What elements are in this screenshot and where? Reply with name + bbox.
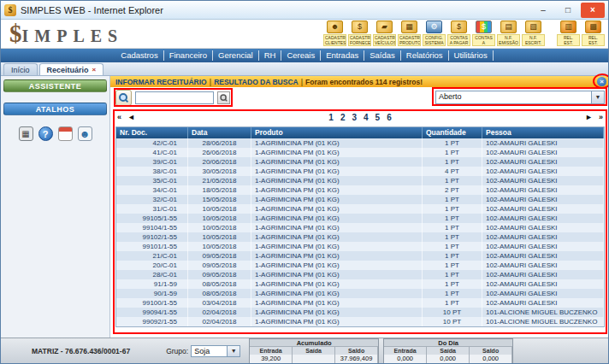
result-banner: INFORMAR RECEITUÁRIO | RESULTADO DA BUSC… xyxy=(110,76,609,87)
chevron-down-icon[interactable]: ▼ xyxy=(591,91,604,103)
toolbar-button-cereals-report[interactable]: ▩REL. EST. CEREAIS xyxy=(582,21,605,46)
menu-item-rh[interactable]: RH xyxy=(259,50,282,61)
menu-item-financeiro[interactable]: Financeiro xyxy=(164,50,213,61)
column-header-produto: Produto xyxy=(251,127,423,138)
user-icon[interactable]: ☻ xyxy=(78,126,92,141)
grupo-select[interactable]: Soja ▼ xyxy=(191,345,240,357)
page-2[interactable]: 2 xyxy=(340,113,346,122)
close-window-button[interactable]: × xyxy=(581,3,605,18)
table-row[interactable]: 99104/1-5510/05/20181-AGRIMICINA PM (01 … xyxy=(116,223,604,232)
cell-nr-doc: 41/C-01 xyxy=(116,148,188,157)
cell-pessoa: 102-AMAURI GALESKI xyxy=(482,214,604,223)
suppliers-icon: $ xyxy=(352,21,368,33)
toolbar-button-bookkeeping[interactable]: ▧N.F. ESCRIT. xyxy=(522,21,545,46)
toolbar-button-invoice[interactable]: ▤N.F. EMISSÃO xyxy=(497,21,520,46)
toolbar-button-products[interactable]: ▦CADASTRO PRODUTOS xyxy=(398,21,421,46)
toolbar-button-payables[interactable]: $CONTAS A PAGAR xyxy=(447,21,470,46)
search-input[interactable] xyxy=(135,91,214,104)
table-row[interactable]: 39/C-0120/06/20181-AGRIMICINA PM (01 KG)… xyxy=(116,157,604,167)
assistente-button[interactable]: ASSISTENTE xyxy=(3,79,107,92)
page-5[interactable]: 5 xyxy=(375,113,381,122)
calculator-icon[interactable]: ▦ xyxy=(19,126,33,141)
table-row[interactable]: 34/C-0118/05/20181-AGRIMICINA PM (01 KG)… xyxy=(116,185,604,195)
toolbar-button-vehicles[interactable]: ▰CADASTRO VEÍCULOS xyxy=(373,21,396,46)
tab-close-icon[interactable]: × xyxy=(92,66,97,73)
cell-quantidade: 1 PT xyxy=(423,232,482,242)
cell-quantidade: 1 PT xyxy=(423,270,482,279)
tab-receituario[interactable]: Receituário× xyxy=(39,63,104,75)
toolbar-button-clients[interactable]: ☻CADASTRO CLIENTES xyxy=(323,21,346,46)
toolbar-button-materials-report[interactable]: ▥REL. EST. MATERIAIS xyxy=(557,21,580,46)
cell-pessoa: 102-AMAURI GALESKI xyxy=(482,242,604,251)
acumulado-saida-label: Saída xyxy=(293,347,335,355)
window-controls: – □ × xyxy=(531,3,605,18)
next-page-button[interactable]: ► xyxy=(585,111,593,123)
menu-item-gerencial[interactable]: Gerencial xyxy=(213,50,259,61)
status-filter-select[interactable]: Aberto ▼ xyxy=(435,91,605,104)
toolbar-button-settings[interactable]: ⚙CONFIG. SISTEMA xyxy=(423,21,446,46)
dodia-saida-label: Saída xyxy=(427,347,470,355)
table-row[interactable]: 31/C-0110/05/20181-AGRIMICINA PM (01 KG)… xyxy=(116,204,604,214)
menu-item-cadastros[interactable]: Cadastros xyxy=(115,50,163,61)
last-page-button[interactable]: » xyxy=(599,111,603,123)
cell-nr-doc: 38/C-01 xyxy=(116,167,188,176)
products-icon: ▦ xyxy=(401,21,417,33)
cell-produto: 1-AGRIMICINA PM (01 KG) xyxy=(251,157,423,167)
toolbar-button-suppliers[interactable]: $CADASTRO FORNECEDOR xyxy=(348,21,371,46)
first-page-button[interactable]: « xyxy=(117,111,121,123)
cell-nr-doc: 28/C-01 xyxy=(116,270,188,279)
tab-label: Início xyxy=(11,66,30,74)
cell-quantidade: 10 PT xyxy=(423,317,482,326)
chevron-down-icon[interactable]: ▼ xyxy=(227,346,239,356)
page-1[interactable]: 1 xyxy=(328,113,334,122)
cell-pessoa: 102-AMAURI GALESKI xyxy=(482,138,604,148)
grid-header: Nr. Doc.DataProdutoQuantidadePessoa xyxy=(116,127,604,138)
table-row[interactable]: 42/C-0128/06/20181-AGRIMICINA PM (01 KG)… xyxy=(116,138,604,148)
table-row[interactable]: 38/C-0130/05/20181-AGRIMICINA PM (01 KG)… xyxy=(116,167,604,176)
content-area: INFORMAR RECEITUÁRIO | RESULTADO DA BUSC… xyxy=(110,76,609,339)
atalhos-button[interactable]: ATALHOS xyxy=(3,103,107,115)
menu-item-entradas[interactable]: Entradas xyxy=(321,50,364,61)
table-row[interactable]: 99102/1-5510/05/20181-AGRIMICINA PM (01 … xyxy=(116,232,604,242)
menu-item-cereais[interactable]: Cereais xyxy=(281,50,321,61)
table-row[interactable]: 99094/1-5502/04/20181-AGRIMICINA PM (01 … xyxy=(116,308,604,317)
cell-produto: 1-AGRIMICINA PM (01 KG) xyxy=(251,317,423,326)
help-icon[interactable]: ? xyxy=(38,126,53,141)
cell-quantidade: 1 PT xyxy=(423,289,482,298)
pagination-pages: 123456 xyxy=(110,113,609,122)
tab-inicio[interactable]: Início xyxy=(3,63,38,75)
page-4[interactable]: 4 xyxy=(364,113,369,122)
search-go-button[interactable] xyxy=(217,91,230,104)
menu-item-relatorios[interactable]: Relatórios xyxy=(401,50,449,61)
table-row[interactable]: 32/C-0115/05/20181-AGRIMICINA PM (01 KG)… xyxy=(116,195,604,204)
cell-pessoa: 102-AMAURI GALESKI xyxy=(482,289,604,298)
close-results-button[interactable]: × xyxy=(597,77,606,86)
table-row[interactable]: 91/1-5908/05/20181-AGRIMICINA PM (01 KG)… xyxy=(116,279,604,289)
table-row[interactable]: 21/C-0109/05/20181-AGRIMICINA PM (01 KG)… xyxy=(116,251,604,261)
grupo-field: Grupo: Soja ▼ xyxy=(166,345,240,357)
table-row[interactable]: 28/C-0109/05/20181-AGRIMICINA PM (01 KG)… xyxy=(116,270,604,279)
table-row[interactable]: 20/C-0109/05/20181-AGRIMICINA PM (01 KG)… xyxy=(116,261,604,270)
table-row[interactable]: 99101/1-5510/05/20181-AGRIMICINA PM (01 … xyxy=(116,242,604,251)
toolbar-button-receivables[interactable]: $CONTAS A RECEBER xyxy=(472,21,495,46)
app-window: $ SIMPLES WEB - Internet Explorer – □ × … xyxy=(0,0,609,364)
cell-quantidade: 1 PT xyxy=(423,261,482,270)
table-row[interactable]: 99105/1-5510/05/20181-AGRIMICINA PM (01 … xyxy=(116,214,604,223)
table-row[interactable]: 90/1-5908/05/20181-AGRIMICINA PM (01 KG)… xyxy=(116,289,604,298)
acumulado-saldo-value: 37.969,409 xyxy=(335,355,378,363)
page-3[interactable]: 3 xyxy=(352,113,357,122)
table-row[interactable]: 35/C-0121/05/20181-AGRIMICINA PM (01 KG)… xyxy=(116,176,604,185)
page-6[interactable]: 6 xyxy=(387,113,392,122)
maximize-button[interactable]: □ xyxy=(556,3,580,18)
table-row[interactable]: 99100/1-5503/04/20181-AGRIMICINA PM (01 … xyxy=(116,298,604,308)
table-row[interactable]: 41/C-0126/06/20181-AGRIMICINA PM (01 KG)… xyxy=(116,148,604,157)
table-row[interactable]: 99092/1-5502/04/20181-AGRIMICINA PM (01 … xyxy=(116,317,604,326)
prev-page-button[interactable]: ◄ xyxy=(127,111,135,123)
menu-item-utilitarios[interactable]: Utilitários xyxy=(449,50,494,61)
menu-item-saidas[interactable]: Saídas xyxy=(364,50,401,61)
calendar-icon[interactable] xyxy=(58,126,73,141)
cell-quantidade: 1 PT xyxy=(423,138,482,148)
search-button[interactable] xyxy=(115,90,132,106)
cell-data: 08/05/2018 xyxy=(188,279,251,289)
minimize-button[interactable]: – xyxy=(531,3,555,18)
